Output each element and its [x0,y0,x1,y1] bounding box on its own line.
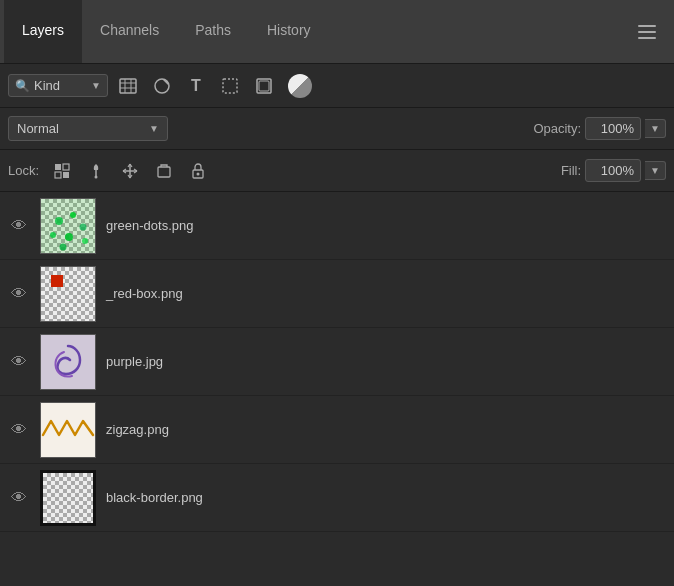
layer-name: black-border.png [106,490,666,505]
kind-chevron-icon: ▼ [91,80,101,91]
svg-point-17 [50,232,56,238]
layer-item[interactable]: 👁 green-dots.png [0,192,674,260]
filter-row: 🔍 Kind ▼ T [0,64,674,108]
blend-chevron-icon: ▼ [149,123,159,134]
filter-circle-icon [288,74,312,98]
tab-channels[interactable]: Channels [82,0,177,63]
layer-visibility-icon[interactable]: 👁 [8,489,30,507]
svg-rect-0 [120,79,136,93]
layer-thumbnail [40,266,96,322]
opacity-input[interactable]: 100% [585,117,641,140]
layer-item[interactable]: 👁 _red-box.png [0,260,674,328]
tab-layers[interactable]: Layers [4,0,82,63]
pixel-filter-button[interactable] [114,72,142,100]
smartobj-filter-button[interactable] [250,72,278,100]
lock-paint-icon[interactable] [83,158,109,184]
svg-point-15 [70,212,76,218]
lock-row: Lock: [0,150,674,192]
blend-mode-select[interactable]: Normal ▼ [8,116,168,141]
lock-artboard-icon[interactable] [151,158,177,184]
svg-point-13 [197,172,200,175]
panel-menu-icon[interactable] [632,19,662,45]
tab-paths[interactable]: Paths [177,0,249,63]
svg-rect-6 [63,164,69,170]
layer-thumbnail [40,198,96,254]
lock-pixels-icon[interactable] [49,158,75,184]
svg-point-18 [65,233,73,241]
opacity-chevron-icon[interactable]: ▼ [645,119,666,138]
svg-rect-5 [55,164,61,170]
blend-row: Normal ▼ Opacity: 100% ▼ [0,108,674,150]
lock-all-icon[interactable] [185,158,211,184]
shape-filter-button[interactable] [216,72,244,100]
svg-point-10 [95,175,98,178]
svg-rect-4 [259,81,269,91]
svg-rect-7 [55,172,61,178]
fill-chevron-icon[interactable]: ▼ [645,161,666,180]
lock-move-icon[interactable] [117,158,143,184]
opacity-control: Opacity: 100% ▼ [533,117,666,140]
svg-rect-11 [158,167,170,177]
search-icon: 🔍 [15,79,30,93]
layer-name: purple.jpg [106,354,666,369]
layer-name: _red-box.png [106,286,666,301]
layer-list: 👁 green-dots.png 👁 _red-box.png 👁 [0,192,674,532]
layer-item[interactable]: 👁 purple.jpg [0,328,674,396]
svg-point-14 [55,217,63,225]
layer-thumbnail [40,470,96,526]
svg-point-19 [82,238,88,244]
adjustment-filter-button[interactable] [148,72,176,100]
fill-control: Fill: 100% ▼ [561,159,666,182]
layer-item[interactable]: 👁 black-border.png [0,464,674,532]
tab-history[interactable]: History [249,0,329,63]
layer-visibility-icon[interactable]: 👁 [8,217,30,235]
layer-item[interactable]: 👁 zigzag.png [0,396,674,464]
fill-input[interactable]: 100% [585,159,641,182]
layer-visibility-icon[interactable]: 👁 [8,421,30,439]
layer-thumbnail [40,402,96,458]
layer-visibility-icon[interactable]: 👁 [8,353,30,371]
layer-visibility-icon[interactable]: 👁 [8,285,30,303]
type-filter-button[interactable]: T [182,72,210,100]
tab-bar: Layers Channels Paths History [0,0,674,64]
layer-name: green-dots.png [106,218,666,233]
svg-rect-8 [63,172,69,178]
svg-point-16 [80,223,87,230]
layer-thumbnail [40,334,96,390]
kind-filter-select[interactable]: 🔍 Kind ▼ [8,74,108,97]
svg-rect-2 [223,79,237,93]
layer-name: zigzag.png [106,422,666,437]
svg-point-20 [60,243,67,250]
